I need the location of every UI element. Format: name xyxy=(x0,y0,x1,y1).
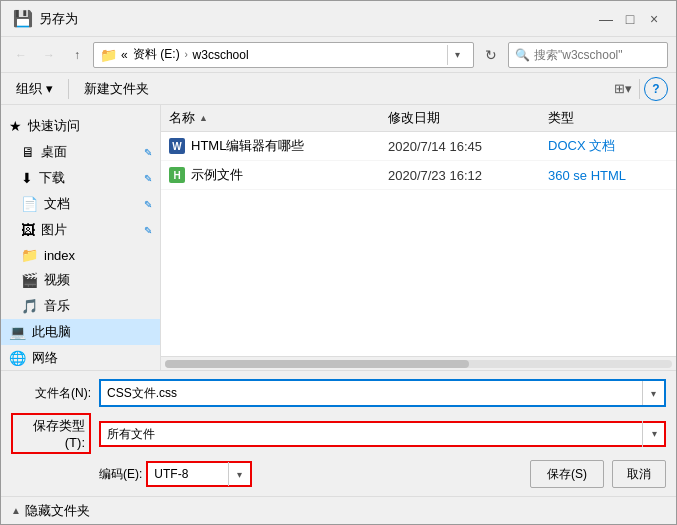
col-name[interactable]: 名称 ▲ xyxy=(169,109,388,127)
organize-label: 组织 xyxy=(16,80,42,98)
encoding-wrapper: 编码(E): UTF-8 GBK GB2312 ANSI ▾ xyxy=(99,461,522,487)
encoding-label: 编码(E): xyxy=(99,466,142,483)
help-button[interactable]: ? xyxy=(644,77,668,101)
file-label-1: HTML编辑器有哪些 xyxy=(191,137,304,155)
sidebar-item-videos[interactable]: 🎬 视频 xyxy=(1,267,160,293)
filename-input[interactable] xyxy=(101,381,642,405)
table-row[interactable]: H 示例文件 2020/7/23 16:12 360 se HTML xyxy=(161,161,676,190)
sidebar-item-network[interactable]: 🌐 网络 xyxy=(1,345,160,370)
file-name-2: H 示例文件 xyxy=(169,166,388,184)
footer-bar[interactable]: ▲ 隐藏文件夹 xyxy=(1,496,676,524)
filetype-select[interactable]: 所有文件 文本文档 (*.txt) HTML 文件 (*.html) xyxy=(99,421,666,447)
col-name-label: 名称 xyxy=(169,109,195,127)
music-icon: 🎵 xyxy=(21,298,38,314)
filetype-row: 保存类型(T): 所有文件 文本文档 (*.txt) HTML 文件 (*.ht… xyxy=(11,413,666,454)
search-input[interactable] xyxy=(534,48,661,62)
horizontal-scrollbar[interactable] xyxy=(161,356,676,370)
filetype-label: 保存类型(T): xyxy=(11,413,91,454)
filename-dropdown-arrow[interactable]: ▾ xyxy=(642,381,664,405)
sidebar-label-quick-access: 快速访问 xyxy=(28,117,80,135)
dialog-title: 另存为 xyxy=(39,10,78,28)
table-row[interactable]: W HTML编辑器有哪些 2020/7/14 16:45 DOCX 文档 xyxy=(161,132,676,161)
sidebar-item-music[interactable]: 🎵 音乐 xyxy=(1,293,160,319)
videos-icon: 🎬 xyxy=(21,272,38,288)
sidebar-label-downloads: 下载 xyxy=(39,169,65,187)
sidebar-item-documents[interactable]: 📄 文档 ✎ xyxy=(1,191,160,217)
address-segment-3: w3cschool xyxy=(193,48,249,62)
pin-icon-pictures: ✎ xyxy=(144,225,152,236)
desktop-icon: 🖥 xyxy=(21,144,35,160)
file-list: W HTML编辑器有哪些 2020/7/14 16:45 DOCX 文档 H 示… xyxy=(161,132,676,356)
downloads-icon: ⬇ xyxy=(21,170,33,186)
close-button[interactable]: × xyxy=(644,9,664,29)
address-bar[interactable]: 📁 « 资料 (E:) › w3cschool ▾ xyxy=(93,42,474,68)
toolbar-sep-2 xyxy=(639,79,640,99)
nav-bar: ← → ↑ 📁 « 资料 (E:) › w3cschool ▾ ↻ 🔍 xyxy=(1,37,676,73)
encoding-select[interactable]: UTF-8 GBK GB2312 ANSI xyxy=(148,462,228,486)
sidebar-item-index[interactable]: 📁 index xyxy=(1,243,160,267)
cancel-button[interactable]: 取消 xyxy=(612,460,666,488)
col-type[interactable]: 类型 xyxy=(548,109,668,127)
file-name-1: W HTML编辑器有哪些 xyxy=(169,137,388,155)
title-bar-left: 💾 另存为 xyxy=(13,9,78,28)
back-button[interactable]: ← xyxy=(9,43,33,67)
file-date-1: 2020/7/14 16:45 xyxy=(388,139,548,154)
address-segment-1: « xyxy=(121,48,128,62)
quick-access-icon: ★ xyxy=(9,118,22,134)
dialog-icon: 💾 xyxy=(13,9,33,28)
hide-folders-label: 隐藏文件夹 xyxy=(25,502,90,520)
documents-icon: 📄 xyxy=(21,196,38,212)
col-date[interactable]: 修改日期 xyxy=(388,109,548,127)
filename-row: 文件名(N): ▾ xyxy=(11,379,666,407)
save-button[interactable]: 保存(S) xyxy=(530,460,604,488)
search-icon: 🔍 xyxy=(515,48,530,62)
sidebar-label-desktop: 桌面 xyxy=(41,143,67,161)
new-folder-button[interactable]: 新建文件夹 xyxy=(77,77,156,101)
toolbar-separator xyxy=(68,79,69,99)
pin-icon-desktop: ✎ xyxy=(144,147,152,158)
sidebar-item-pictures[interactable]: 🖼 图片 ✎ xyxy=(1,217,160,243)
sidebar-label-this-pc: 此电脑 xyxy=(32,323,71,341)
sort-arrow: ▲ xyxy=(199,113,208,123)
toolbar-right: ⊞ ▾ ? xyxy=(611,77,668,101)
sidebar-label-music: 音乐 xyxy=(44,297,70,315)
organize-button[interactable]: 组织 ▾ xyxy=(9,77,60,101)
address-dropdown-button[interactable]: ▾ xyxy=(447,45,467,65)
filename-input-wrapper: ▾ xyxy=(99,379,666,407)
view-toggle-button[interactable]: ⊞ ▾ xyxy=(611,77,635,101)
network-icon: 🌐 xyxy=(9,350,26,366)
sidebar-label-pictures: 图片 xyxy=(41,221,67,239)
minimize-button[interactable]: — xyxy=(596,9,616,29)
bottom-area: 文件名(N): ▾ 保存类型(T): 所有文件 文本文档 (*.txt) HTM… xyxy=(1,370,676,496)
forward-button[interactable]: → xyxy=(37,43,61,67)
file-list-header: 名称 ▲ 修改日期 类型 xyxy=(161,105,676,132)
file-type-1[interactable]: DOCX 文档 xyxy=(548,137,668,155)
title-bar: 💾 另存为 — □ × xyxy=(1,1,676,37)
refresh-button[interactable]: ↻ xyxy=(478,42,504,68)
hide-folders-toggle[interactable]: ▲ 隐藏文件夹 xyxy=(11,502,90,520)
action-buttons: 保存(S) 取消 xyxy=(530,460,666,488)
sidebar-item-desktop[interactable]: 🖥 桌面 ✎ xyxy=(1,139,160,165)
content-area: ★ 快速访问 🖥 桌面 ✎ ⬇ 下载 ✎ 📄 文档 ✎ 🖼 图片 ✎ xyxy=(1,105,676,370)
new-folder-label: 新建文件夹 xyxy=(84,80,149,98)
file-type-2[interactable]: 360 se HTML xyxy=(548,168,668,183)
toolbar: 组织 ▾ 新建文件夹 ⊞ ▾ ? xyxy=(1,73,676,105)
save-as-dialog: 💾 另存为 — □ × ← → ↑ 📁 « 资料 (E:) › w3cschoo… xyxy=(0,0,677,525)
maximize-button[interactable]: □ xyxy=(620,9,640,29)
index-icon: 📁 xyxy=(21,247,38,263)
sidebar-item-this-pc[interactable]: 💻 此电脑 xyxy=(1,319,160,345)
up-button[interactable]: ↑ xyxy=(65,43,89,67)
sidebar-label-videos: 视频 xyxy=(44,271,70,289)
filename-label: 文件名(N): xyxy=(11,385,91,402)
address-path: « 资料 (E:) › w3cschool xyxy=(121,46,443,63)
sidebar-label-network: 网络 xyxy=(32,349,58,367)
sidebar-item-quick-access[interactable]: ★ 快速访问 xyxy=(1,113,160,139)
encoding-buttons-row: 编码(E): UTF-8 GBK GB2312 ANSI ▾ 保存(S) 取消 xyxy=(11,460,666,488)
this-pc-icon: 💻 xyxy=(9,324,26,340)
scrollbar-track[interactable] xyxy=(165,360,672,368)
search-bar[interactable]: 🔍 xyxy=(508,42,668,68)
scrollbar-thumb[interactable] xyxy=(165,360,469,368)
sidebar: ★ 快速访问 🖥 桌面 ✎ ⬇ 下载 ✎ 📄 文档 ✎ 🖼 图片 ✎ xyxy=(1,105,161,370)
sidebar-item-downloads[interactable]: ⬇ 下载 ✎ xyxy=(1,165,160,191)
organize-arrow: ▾ xyxy=(46,81,53,96)
